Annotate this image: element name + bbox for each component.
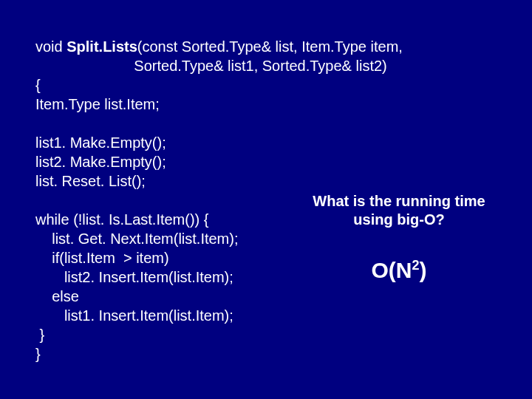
code-line-make-empty-2: list2. Make.Empty();	[35, 154, 166, 170]
close-brace-inner: }	[40, 327, 45, 343]
function-name: Split.Lists	[66, 38, 137, 55]
code-line-get-next: list. Get. Next.Item(list.Item);	[52, 231, 238, 247]
code-line-make-empty-1: list1. Make.Empty();	[35, 134, 166, 151]
code-line-while: while (!list. Is.Last.Item()) {	[35, 211, 209, 228]
code-line-insert-list1: list1. Insert.Item(list.Item);	[64, 307, 233, 324]
code-block: void Split.Lists(const Sorted.Type& list…	[35, 18, 502, 364]
code-line-insert-list2: list2. Insert.Item(list.Item);	[64, 269, 233, 285]
answer-text: O(N2)	[296, 256, 502, 284]
question-line2: using big-O?	[353, 211, 444, 228]
open-brace: {	[35, 77, 41, 93]
answer-exponent: 2	[412, 258, 419, 273]
keyword-void: void	[35, 38, 66, 55]
close-brace-outer: }	[35, 346, 41, 362]
var-declaration: Item.Type list.Item;	[35, 96, 160, 112]
code-line-if: if(list.Item > item)	[52, 250, 168, 266]
question-text: What is the running time using big-O?	[296, 192, 502, 229]
answer-prefix: O(N	[371, 258, 412, 282]
slide: void Split.Lists(const Sorted.Type& list…	[0, 0, 532, 399]
right-panel: What is the running time using big-O? O(…	[296, 192, 502, 284]
code-line-reset-list: list. Reset. List();	[35, 173, 146, 189]
answer-suffix: )	[420, 258, 427, 282]
code-line-else: else	[52, 288, 79, 304]
params-line2: Sorted.Type& list1, Sorted.Type& list2)	[134, 58, 386, 74]
params-line1: (const Sorted.Type& list, Item.Type item…	[137, 38, 403, 55]
question-line1: What is the running time	[313, 193, 485, 209]
